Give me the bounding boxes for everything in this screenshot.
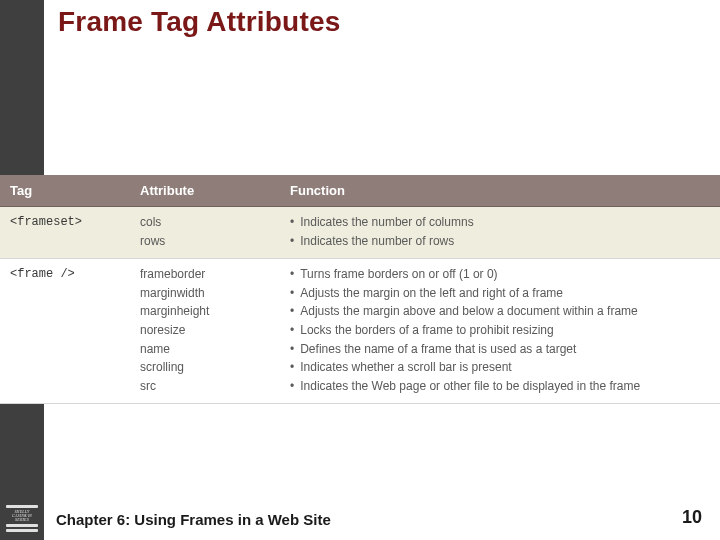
attr-item: scrolling: [140, 358, 290, 377]
func-item: Defines the name of a frame that is used…: [290, 340, 708, 359]
attr-item: marginheight: [140, 302, 290, 321]
attributes-table: Tag Attribute Function <frameset> cols r…: [0, 175, 720, 404]
table-row: <frame /> frameborder marginwidth margin…: [0, 259, 720, 404]
table-row: <frameset> cols rows Indicates the numbe…: [0, 207, 720, 259]
cell-attr: cols rows: [140, 213, 290, 250]
func-item: Indicates whether a scroll bar is presen…: [290, 358, 708, 377]
attr-item: marginwidth: [140, 284, 290, 303]
func-item: Indicates the number of columns: [290, 213, 708, 232]
page-title: Frame Tag Attributes: [58, 6, 340, 38]
attr-item: src: [140, 377, 290, 396]
title-block: Frame Tag Attributes: [58, 6, 340, 38]
func-item: Indicates the number of rows: [290, 232, 708, 251]
func-item: Indicates the Web page or other file to …: [290, 377, 708, 396]
func-item: Locks the borders of a frame to prohibit…: [290, 321, 708, 340]
attr-item: frameborder: [140, 265, 290, 284]
attr-item: name: [140, 340, 290, 359]
cell-func: Indicates the number of columns Indicate…: [290, 213, 720, 250]
cell-attr: frameborder marginwidth marginheight nor…: [140, 265, 290, 395]
footer-stripe: SHELLY CASHMAN SERIES: [0, 496, 44, 540]
footer: SHELLY CASHMAN SERIES Chapter 6: Using F…: [0, 496, 720, 540]
col-header-function: Function: [290, 183, 720, 198]
func-item: Turns frame borders on or off (1 or 0): [290, 265, 708, 284]
table-header: Tag Attribute Function: [0, 175, 720, 207]
chapter-title: Chapter 6: Using Frames in a Web Site: [56, 511, 331, 528]
attr-item: noresize: [140, 321, 290, 340]
series-logo-icon: SHELLY CASHMAN SERIES: [6, 503, 38, 533]
slide: Frame Tag Attributes Tag Attribute Funct…: [0, 0, 720, 540]
col-header-attribute: Attribute: [140, 183, 290, 198]
page-number: 10: [682, 507, 702, 528]
series-label: SHELLY CASHMAN SERIES: [6, 510, 38, 522]
cell-tag: <frame />: [0, 265, 140, 395]
func-item: Adjusts the margin on the left and right…: [290, 284, 708, 303]
cell-func: Turns frame borders on or off (1 or 0) A…: [290, 265, 720, 395]
attr-item: cols: [140, 213, 290, 232]
cell-tag: <frameset>: [0, 213, 140, 250]
func-item: Adjusts the margin above and below a doc…: [290, 302, 708, 321]
col-header-tag: Tag: [0, 183, 140, 198]
attr-item: rows: [140, 232, 290, 251]
